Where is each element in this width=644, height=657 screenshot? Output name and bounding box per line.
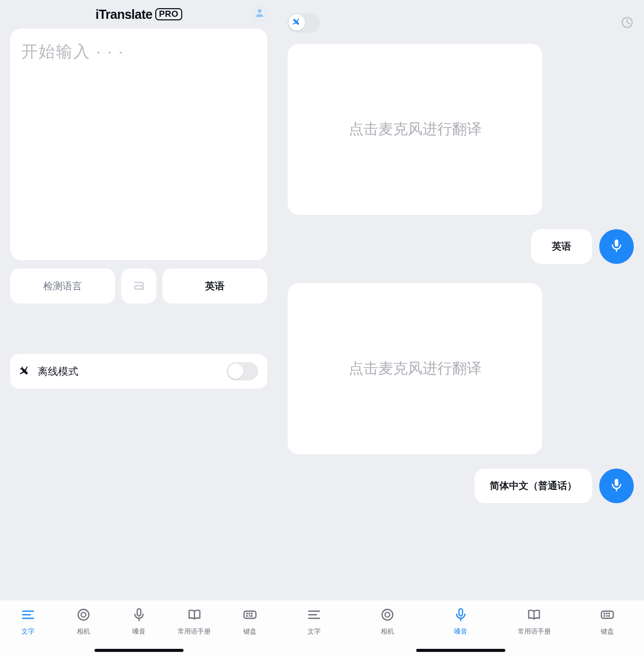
app-brand: iTranslate PRO xyxy=(95,7,182,22)
svg-point-14 xyxy=(251,616,251,616)
pro-badge: PRO xyxy=(155,8,182,20)
svg-rect-19 xyxy=(615,479,619,486)
svg-rect-26 xyxy=(459,609,463,616)
target-language-label: 英语 xyxy=(205,280,225,293)
svg-point-34 xyxy=(609,616,609,616)
tab-label: 常用语手册 xyxy=(178,627,211,636)
tab-phrasebook[interactable]: 常用语手册 xyxy=(497,600,571,657)
tab-camera[interactable]: 相机 xyxy=(351,600,424,657)
svg-point-31 xyxy=(606,613,607,614)
voice-card-top[interactable]: 点击麦克风进行翻译 xyxy=(288,44,542,215)
svg-point-12 xyxy=(251,613,251,614)
offline-mode-toggle[interactable] xyxy=(227,362,258,380)
avatar-icon xyxy=(254,7,265,20)
home-indicator[interactable] xyxy=(94,649,183,652)
tab-label: 键盘 xyxy=(243,627,257,636)
svg-point-11 xyxy=(249,613,249,614)
book-icon xyxy=(527,608,541,624)
voice-language-top-button[interactable]: 英语 xyxy=(531,229,592,264)
svg-rect-6 xyxy=(137,609,141,616)
header: iTranslate PRO xyxy=(0,0,277,29)
text-input-card[interactable]: 开始输入 · · · xyxy=(10,29,267,260)
tab-keyboard[interactable]: 键盘 xyxy=(571,600,644,657)
tab-label: 常用语手册 xyxy=(518,627,551,636)
swap-languages-button[interactable] xyxy=(121,268,156,304)
airplane-icon xyxy=(292,17,301,28)
tab-label: 键盘 xyxy=(601,627,614,636)
keyboard-icon xyxy=(243,608,257,624)
airplane-mode-toggle[interactable] xyxy=(288,13,320,32)
source-language-button[interactable]: 检测语言 xyxy=(10,268,115,304)
svg-point-0 xyxy=(258,9,261,13)
tab-text[interactable]: 文字 xyxy=(277,600,351,657)
microphone-icon xyxy=(609,478,624,494)
tab-label: 文字 xyxy=(307,627,321,636)
microphone-icon xyxy=(454,608,468,624)
history-icon xyxy=(621,22,634,31)
screen-text-mode: iTranslate PRO 开始输入 · · · 检测语言 英语 xyxy=(0,0,277,657)
screen-voice-mode: 点击麦克风进行翻译 英语 点击麦克风进行翻译 简体中文（普通话） 文字 xyxy=(277,0,644,657)
language-row: 检测语言 英语 xyxy=(10,268,267,304)
voice-language-bottom-label: 简体中文（普通话） xyxy=(490,479,577,492)
svg-point-33 xyxy=(604,616,604,616)
history-button[interactable] xyxy=(621,16,634,29)
tab-label: 相机 xyxy=(381,627,394,636)
svg-point-25 xyxy=(385,612,389,617)
airplane-icon xyxy=(19,365,31,378)
microphone-icon xyxy=(609,238,624,255)
voice-language-bottom-button[interactable]: 简体中文（普通话） xyxy=(474,469,592,503)
tab-bar: 文字 相机 嗓音 常用语手册 键盘 xyxy=(277,600,644,657)
source-language-label: 检测语言 xyxy=(43,280,82,293)
svg-point-4 xyxy=(78,610,89,620)
svg-point-24 xyxy=(382,610,393,620)
offline-mode-label: 离线模式 xyxy=(38,365,219,378)
toggle-knob xyxy=(289,14,305,31)
tab-label: 相机 xyxy=(77,627,90,636)
microphone-icon xyxy=(132,608,146,624)
brand-name: iTranslate xyxy=(95,7,152,22)
mic-button-top[interactable] xyxy=(599,229,634,264)
voice-prompt-bottom: 点击麦克风进行翻译 xyxy=(349,359,482,379)
text-lines-icon xyxy=(21,608,35,624)
input-placeholder: 开始输入 · · · xyxy=(21,41,256,63)
svg-rect-9 xyxy=(244,611,256,618)
voice-top-bar xyxy=(288,12,634,33)
svg-point-10 xyxy=(246,613,247,614)
voice-prompt-top: 点击麦克风进行翻译 xyxy=(349,119,482,140)
svg-point-5 xyxy=(81,612,86,617)
tab-bar: 文字 相机 嗓音 常用语手册 键盘 xyxy=(0,600,277,657)
voice-lang-row-top: 英语 xyxy=(531,229,634,264)
tab-keyboard[interactable]: 键盘 xyxy=(222,600,277,657)
target-language-button[interactable]: 英语 xyxy=(162,268,267,304)
tab-label: 嗓音 xyxy=(132,627,146,636)
mic-button-bottom[interactable] xyxy=(599,469,634,503)
svg-rect-29 xyxy=(601,611,613,618)
keyboard-icon xyxy=(600,608,614,624)
camera-lens-icon xyxy=(380,608,395,624)
voice-card-bottom[interactable]: 点击麦克风进行翻译 xyxy=(288,283,542,454)
offline-mode-row: 离线模式 xyxy=(10,354,267,389)
text-lines-icon xyxy=(307,608,321,624)
voice-lang-row-bottom: 简体中文（普通话） xyxy=(474,469,634,503)
swap-icon xyxy=(132,278,146,294)
book-icon xyxy=(187,608,202,624)
camera-lens-icon xyxy=(76,608,91,624)
home-indicator[interactable] xyxy=(416,649,506,652)
tab-label: 文字 xyxy=(21,627,35,636)
voice-language-top-label: 英语 xyxy=(552,240,571,253)
svg-point-13 xyxy=(246,616,247,616)
svg-rect-17 xyxy=(615,239,619,247)
tab-label: 嗓音 xyxy=(454,627,467,636)
svg-point-30 xyxy=(604,613,604,614)
account-avatar[interactable] xyxy=(252,6,267,21)
tab-text[interactable]: 文字 xyxy=(0,600,55,657)
svg-point-32 xyxy=(609,613,609,614)
